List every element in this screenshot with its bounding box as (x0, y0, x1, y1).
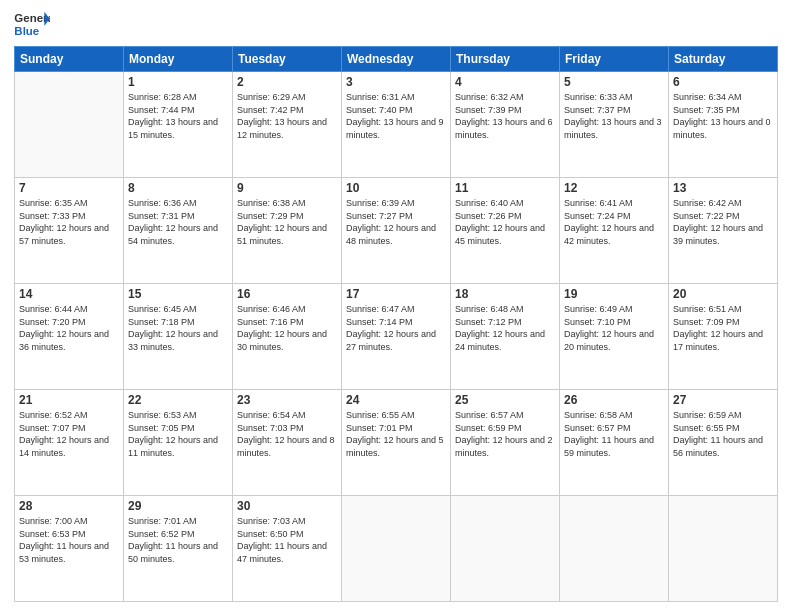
calendar-cell: 7Sunrise: 6:35 AMSunset: 7:33 PMDaylight… (15, 178, 124, 284)
day-info: Sunrise: 6:42 AMSunset: 7:22 PMDaylight:… (673, 197, 773, 247)
calendar-day-header: Saturday (669, 47, 778, 72)
day-info: Sunrise: 6:39 AMSunset: 7:27 PMDaylight:… (346, 197, 446, 247)
day-info: Sunrise: 6:57 AMSunset: 6:59 PMDaylight:… (455, 409, 555, 459)
calendar-cell (342, 496, 451, 602)
calendar-cell: 21Sunrise: 6:52 AMSunset: 7:07 PMDayligh… (15, 390, 124, 496)
calendar-day-header: Monday (124, 47, 233, 72)
day-number: 21 (19, 393, 119, 407)
day-info: Sunrise: 6:52 AMSunset: 7:07 PMDaylight:… (19, 409, 119, 459)
day-info: Sunrise: 6:51 AMSunset: 7:09 PMDaylight:… (673, 303, 773, 353)
calendar-cell: 24Sunrise: 6:55 AMSunset: 7:01 PMDayligh… (342, 390, 451, 496)
calendar-cell: 14Sunrise: 6:44 AMSunset: 7:20 PMDayligh… (15, 284, 124, 390)
calendar-cell: 8Sunrise: 6:36 AMSunset: 7:31 PMDaylight… (124, 178, 233, 284)
day-info: Sunrise: 7:00 AMSunset: 6:53 PMDaylight:… (19, 515, 119, 565)
calendar-cell: 2Sunrise: 6:29 AMSunset: 7:42 PMDaylight… (233, 72, 342, 178)
calendar-cell (451, 496, 560, 602)
day-info: Sunrise: 6:33 AMSunset: 7:37 PMDaylight:… (564, 91, 664, 141)
day-number: 11 (455, 181, 555, 195)
calendar-day-header: Sunday (15, 47, 124, 72)
day-info: Sunrise: 6:53 AMSunset: 7:05 PMDaylight:… (128, 409, 228, 459)
calendar-cell (560, 496, 669, 602)
calendar-cell: 30Sunrise: 7:03 AMSunset: 6:50 PMDayligh… (233, 496, 342, 602)
day-info: Sunrise: 6:35 AMSunset: 7:33 PMDaylight:… (19, 197, 119, 247)
day-number: 19 (564, 287, 664, 301)
calendar-week-row: 28Sunrise: 7:00 AMSunset: 6:53 PMDayligh… (15, 496, 778, 602)
calendar-cell: 6Sunrise: 6:34 AMSunset: 7:35 PMDaylight… (669, 72, 778, 178)
day-info: Sunrise: 6:55 AMSunset: 7:01 PMDaylight:… (346, 409, 446, 459)
day-number: 25 (455, 393, 555, 407)
calendar-cell: 13Sunrise: 6:42 AMSunset: 7:22 PMDayligh… (669, 178, 778, 284)
day-number: 5 (564, 75, 664, 89)
calendar-cell: 17Sunrise: 6:47 AMSunset: 7:14 PMDayligh… (342, 284, 451, 390)
day-number: 22 (128, 393, 228, 407)
calendar-day-header: Friday (560, 47, 669, 72)
calendar-cell: 23Sunrise: 6:54 AMSunset: 7:03 PMDayligh… (233, 390, 342, 496)
day-number: 17 (346, 287, 446, 301)
day-info: Sunrise: 6:46 AMSunset: 7:16 PMDaylight:… (237, 303, 337, 353)
calendar-day-header: Wednesday (342, 47, 451, 72)
logo-icon: General Blue (14, 10, 50, 40)
calendar-cell: 29Sunrise: 7:01 AMSunset: 6:52 PMDayligh… (124, 496, 233, 602)
day-number: 29 (128, 499, 228, 513)
logo: General Blue (14, 10, 50, 40)
calendar-cell: 28Sunrise: 7:00 AMSunset: 6:53 PMDayligh… (15, 496, 124, 602)
day-number: 13 (673, 181, 773, 195)
day-number: 23 (237, 393, 337, 407)
calendar-week-row: 7Sunrise: 6:35 AMSunset: 7:33 PMDaylight… (15, 178, 778, 284)
day-number: 2 (237, 75, 337, 89)
day-info: Sunrise: 6:44 AMSunset: 7:20 PMDaylight:… (19, 303, 119, 353)
calendar-cell: 15Sunrise: 6:45 AMSunset: 7:18 PMDayligh… (124, 284, 233, 390)
day-number: 28 (19, 499, 119, 513)
day-number: 20 (673, 287, 773, 301)
day-info: Sunrise: 7:03 AMSunset: 6:50 PMDaylight:… (237, 515, 337, 565)
day-number: 7 (19, 181, 119, 195)
day-info: Sunrise: 6:36 AMSunset: 7:31 PMDaylight:… (128, 197, 228, 247)
day-info: Sunrise: 6:32 AMSunset: 7:39 PMDaylight:… (455, 91, 555, 141)
calendar-cell: 20Sunrise: 6:51 AMSunset: 7:09 PMDayligh… (669, 284, 778, 390)
header: General Blue (14, 10, 778, 40)
day-info: Sunrise: 6:31 AMSunset: 7:40 PMDaylight:… (346, 91, 446, 141)
day-number: 12 (564, 181, 664, 195)
calendar-cell: 16Sunrise: 6:46 AMSunset: 7:16 PMDayligh… (233, 284, 342, 390)
calendar-cell (15, 72, 124, 178)
calendar-day-header: Tuesday (233, 47, 342, 72)
day-info: Sunrise: 6:58 AMSunset: 6:57 PMDaylight:… (564, 409, 664, 459)
calendar-cell: 4Sunrise: 6:32 AMSunset: 7:39 PMDaylight… (451, 72, 560, 178)
calendar-cell: 22Sunrise: 6:53 AMSunset: 7:05 PMDayligh… (124, 390, 233, 496)
calendar-cell: 9Sunrise: 6:38 AMSunset: 7:29 PMDaylight… (233, 178, 342, 284)
calendar-cell: 5Sunrise: 6:33 AMSunset: 7:37 PMDaylight… (560, 72, 669, 178)
calendar-cell: 26Sunrise: 6:58 AMSunset: 6:57 PMDayligh… (560, 390, 669, 496)
day-info: Sunrise: 7:01 AMSunset: 6:52 PMDaylight:… (128, 515, 228, 565)
day-info: Sunrise: 6:38 AMSunset: 7:29 PMDaylight:… (237, 197, 337, 247)
day-number: 18 (455, 287, 555, 301)
day-number: 14 (19, 287, 119, 301)
day-number: 6 (673, 75, 773, 89)
calendar-week-row: 14Sunrise: 6:44 AMSunset: 7:20 PMDayligh… (15, 284, 778, 390)
day-info: Sunrise: 6:45 AMSunset: 7:18 PMDaylight:… (128, 303, 228, 353)
day-info: Sunrise: 6:48 AMSunset: 7:12 PMDaylight:… (455, 303, 555, 353)
day-number: 27 (673, 393, 773, 407)
calendar-table: SundayMondayTuesdayWednesdayThursdayFrid… (14, 46, 778, 602)
calendar-cell: 25Sunrise: 6:57 AMSunset: 6:59 PMDayligh… (451, 390, 560, 496)
day-number: 8 (128, 181, 228, 195)
calendar-day-header: Thursday (451, 47, 560, 72)
day-info: Sunrise: 6:41 AMSunset: 7:24 PMDaylight:… (564, 197, 664, 247)
day-number: 30 (237, 499, 337, 513)
day-info: Sunrise: 6:28 AMSunset: 7:44 PMDaylight:… (128, 91, 228, 141)
calendar-cell: 12Sunrise: 6:41 AMSunset: 7:24 PMDayligh… (560, 178, 669, 284)
day-number: 3 (346, 75, 446, 89)
calendar-cell: 27Sunrise: 6:59 AMSunset: 6:55 PMDayligh… (669, 390, 778, 496)
day-info: Sunrise: 6:34 AMSunset: 7:35 PMDaylight:… (673, 91, 773, 141)
calendar-cell: 10Sunrise: 6:39 AMSunset: 7:27 PMDayligh… (342, 178, 451, 284)
day-number: 10 (346, 181, 446, 195)
day-info: Sunrise: 6:59 AMSunset: 6:55 PMDaylight:… (673, 409, 773, 459)
calendar-header-row: SundayMondayTuesdayWednesdayThursdayFrid… (15, 47, 778, 72)
day-info: Sunrise: 6:47 AMSunset: 7:14 PMDaylight:… (346, 303, 446, 353)
day-number: 16 (237, 287, 337, 301)
day-info: Sunrise: 6:29 AMSunset: 7:42 PMDaylight:… (237, 91, 337, 141)
day-info: Sunrise: 6:40 AMSunset: 7:26 PMDaylight:… (455, 197, 555, 247)
day-number: 24 (346, 393, 446, 407)
calendar-cell: 11Sunrise: 6:40 AMSunset: 7:26 PMDayligh… (451, 178, 560, 284)
day-number: 1 (128, 75, 228, 89)
calendar-cell (669, 496, 778, 602)
